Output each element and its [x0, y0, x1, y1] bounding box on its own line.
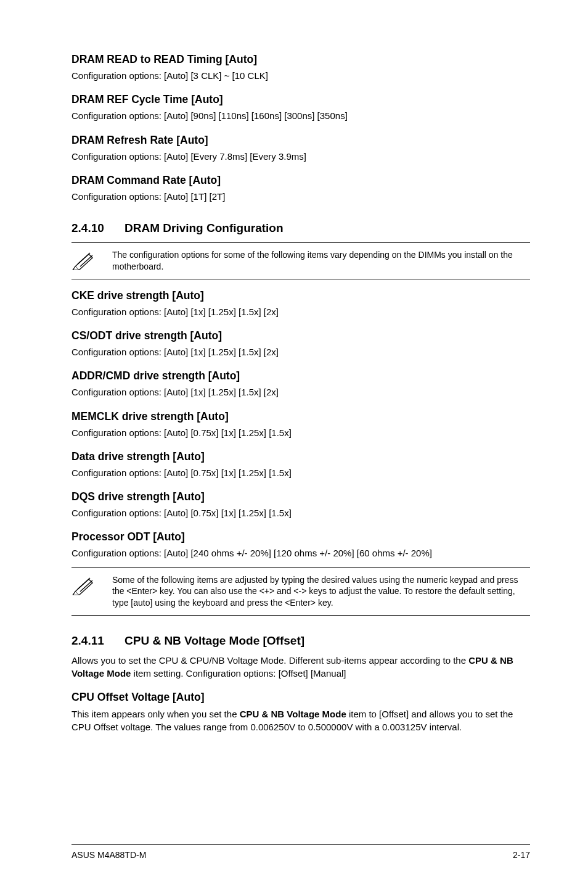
body-text: Configuration options: [Auto] [1T] [2T] — [71, 191, 530, 203]
body-text: Configuration options: [Auto] [1x] [1.25… — [71, 386, 530, 398]
note-text: Some of the following items are adjusted… — [112, 574, 530, 609]
heading: Data drive strength [Auto] — [71, 450, 530, 463]
block-dram-read-to-read: DRAM READ to READ Timing [Auto] Configur… — [71, 53, 530, 82]
section-title: DRAM Driving Configuration — [125, 221, 284, 235]
block-data-drive: Data drive strength [Auto] Configuration… — [71, 450, 530, 479]
page-footer: ASUS M4A88TD-M 2-17 — [71, 844, 530, 860]
body-text: Configuration options: [Auto] [1x] [1.25… — [71, 346, 530, 358]
body-text: Configuration options: [Auto] [240 ohms … — [71, 547, 530, 559]
block-dqs-drive: DQS drive strength [Auto] Configuration … — [71, 490, 530, 519]
block-cpu-offset-voltage: CPU Offset Voltage [Auto] This item appe… — [71, 691, 530, 733]
heading: DQS drive strength [Auto] — [71, 490, 530, 503]
section-number: 2.4.10 — [71, 221, 125, 235]
block-dram-ref-cycle: DRAM REF Cycle Time [Auto] Configuration… — [71, 93, 530, 122]
section-title: CPU & NB Voltage Mode [Offset] — [125, 634, 304, 648]
body-text: Configuration options: [Auto] [3 CLK] ~ … — [71, 70, 530, 82]
body-text: Configuration options: [Auto] [1x] [1.25… — [71, 306, 530, 318]
text-post: item setting. Configuration options: [Of… — [131, 668, 346, 679]
body-text: Configuration options: [Auto] [0.75x] [1… — [71, 427, 530, 439]
page: DRAM READ to READ Timing [Auto] Configur… — [0, 0, 588, 887]
heading: CS/ODT drive strength [Auto] — [71, 329, 530, 342]
heading: DRAM REF Cycle Time [Auto] — [71, 93, 530, 106]
block-dram-command-rate: DRAM Command Rate [Auto] Configuration o… — [71, 174, 530, 203]
text-bold: CPU & NB Voltage Mode — [240, 709, 346, 719]
heading: MEMCLK drive strength [Auto] — [71, 410, 530, 423]
heading: DRAM Refresh Rate [Auto] — [71, 134, 530, 147]
section-number: 2.4.11 — [71, 634, 125, 648]
footer-right: 2-17 — [513, 850, 530, 860]
note-text: The configuration options for some of th… — [112, 249, 530, 273]
note-box-2: Some of the following items are adjusted… — [71, 567, 530, 616]
block-cs-odt-drive: CS/ODT drive strength [Auto] Configurati… — [71, 329, 530, 358]
body-text: Configuration options: [Auto] [Every 7.8… — [71, 151, 530, 163]
heading: ADDR/CMD drive strength [Auto] — [71, 369, 530, 382]
body-text: This item appears only when you set the … — [71, 708, 530, 733]
heading: CPU Offset Voltage [Auto] — [71, 691, 530, 704]
body-text: Configuration options: [Auto] [0.75x] [1… — [71, 507, 530, 519]
block-memclk-drive: MEMCLK drive strength [Auto] Configurati… — [71, 410, 530, 439]
footer-left: ASUS M4A88TD-M — [71, 850, 146, 860]
heading: CKE drive strength [Auto] — [71, 289, 530, 302]
pencil-icon — [71, 574, 112, 595]
heading: Processor ODT [Auto] — [71, 530, 530, 543]
section-2-4-11-body: Allows you to set the CPU & CPU/NB Volta… — [71, 654, 530, 680]
text-pre: Allows you to set the CPU & CPU/NB Volta… — [71, 655, 468, 666]
pencil-icon — [71, 249, 112, 270]
body-text: Configuration options: [Auto] [90ns] [11… — [71, 110, 530, 122]
note-box-1: The configuration options for some of th… — [71, 242, 530, 279]
block-cke-drive: CKE drive strength [Auto] Configuration … — [71, 289, 530, 318]
section-2-4-10-header: 2.4.10 DRAM Driving Configuration — [71, 221, 530, 235]
heading: DRAM READ to READ Timing [Auto] — [71, 53, 530, 66]
section-2-4-11-header: 2.4.11 CPU & NB Voltage Mode [Offset] — [71, 634, 530, 648]
block-addr-cmd-drive: ADDR/CMD drive strength [Auto] Configura… — [71, 369, 530, 398]
heading: DRAM Command Rate [Auto] — [71, 174, 530, 187]
text-pre: This item appears only when you set the — [71, 709, 240, 719]
block-processor-odt: Processor ODT [Auto] Configuration optio… — [71, 530, 530, 559]
body-text: Configuration options: [Auto] [0.75x] [1… — [71, 467, 530, 479]
block-dram-refresh-rate: DRAM Refresh Rate [Auto] Configuration o… — [71, 134, 530, 163]
